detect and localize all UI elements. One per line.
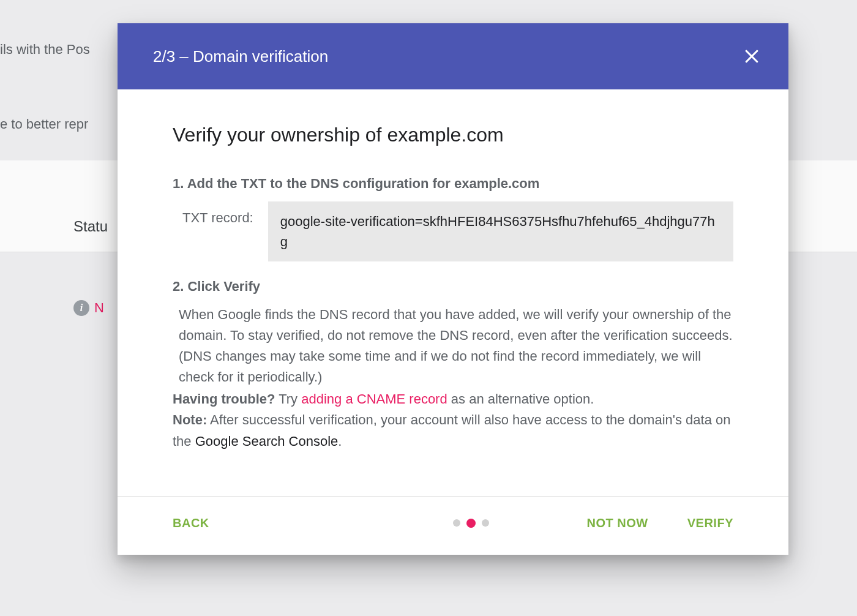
domain-verification-modal: 2/3 – Domain verification Verify your ow… <box>118 23 788 555</box>
note-label: Note: <box>173 412 207 427</box>
step1-title: 1. Add the TXT to the DNS configuration … <box>173 176 733 192</box>
stepper-dots <box>453 519 489 528</box>
step2-title: 2. Click Verify <box>173 279 733 295</box>
not-now-button[interactable]: NOT NOW <box>587 511 648 535</box>
step-dot-3[interactable] <box>482 519 489 527</box>
cname-link[interactable]: adding a CNAME record <box>301 391 447 407</box>
close-button[interactable] <box>738 43 765 70</box>
modal-header: 2/3 – Domain verification <box>118 23 788 89</box>
close-icon <box>743 47 761 66</box>
verify-heading: Verify your ownership of example.com <box>173 124 733 146</box>
txt-record-value[interactable]: google-site-verification=skfhHFEI84HS637… <box>268 201 733 261</box>
txt-record-row: TXT record: google-site-verification=skf… <box>173 201 733 261</box>
step-dot-2-active[interactable] <box>466 519 476 528</box>
note-period: . <box>338 434 342 449</box>
trouble-try: Try <box>275 391 301 407</box>
trouble-label: Having trouble? <box>173 391 275 407</box>
modal-title: 2/3 – Domain verification <box>153 47 328 66</box>
trouble-suffix: as an alternative option. <box>447 391 594 407</box>
step-dot-1[interactable] <box>453 519 460 527</box>
note-line: Note: After successful verification, you… <box>173 410 733 451</box>
back-button[interactable]: BACK <box>173 511 209 535</box>
trouble-line: Having trouble? Try adding a CNAME recor… <box>173 389 733 410</box>
google-search-console-text: Google Search Console <box>195 434 339 449</box>
step2-description: When Google finds the DNS record that yo… <box>173 304 733 388</box>
txt-record-label: TXT record: <box>182 201 253 226</box>
modal-footer: BACK NOT NOW VERIFY <box>118 496 788 555</box>
modal-body: Verify your ownership of example.com 1. … <box>118 89 788 471</box>
verify-button[interactable]: VERIFY <box>687 511 733 535</box>
